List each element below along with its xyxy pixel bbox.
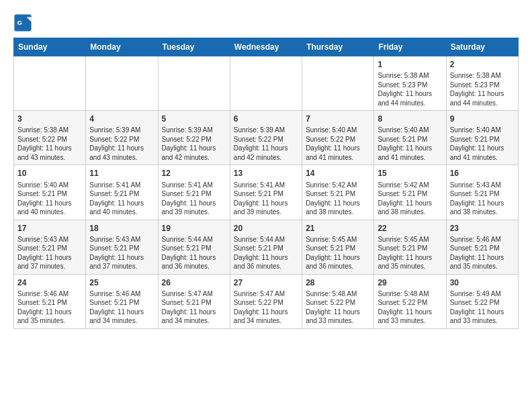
calendar-cell <box>158 56 230 111</box>
calendar-cell: 18Sunrise: 5:43 AM Sunset: 5:21 PM Dayli… <box>86 220 158 274</box>
day-info: Sunrise: 5:49 AM Sunset: 5:22 PM Dayligh… <box>450 289 515 326</box>
day-info: Sunrise: 5:46 AM Sunset: 5:21 PM Dayligh… <box>89 289 154 326</box>
weekday-header-tuesday: Tuesday <box>158 38 230 56</box>
day-info: Sunrise: 5:43 AM Sunset: 5:21 PM Dayligh… <box>89 235 154 271</box>
calendar-cell: 2Sunrise: 5:38 AM Sunset: 5:23 PM Daylig… <box>446 56 518 111</box>
calendar-cell: 26Sunrise: 5:47 AM Sunset: 5:21 PM Dayli… <box>158 274 230 328</box>
calendar-cell: 12Sunrise: 5:41 AM Sunset: 5:21 PM Dayli… <box>158 165 230 220</box>
weekday-header-wednesday: Wednesday <box>230 38 302 56</box>
day-info: Sunrise: 5:41 AM Sunset: 5:21 PM Dayligh… <box>89 181 154 217</box>
day-number: 5 <box>162 113 226 124</box>
weekday-header-sunday: Sunday <box>14 38 86 56</box>
day-info: Sunrise: 5:40 AM Sunset: 5:21 PM Dayligh… <box>450 126 515 162</box>
calendar-week-row: 24Sunrise: 5:46 AM Sunset: 5:21 PM Dayli… <box>14 274 519 328</box>
day-number: 23 <box>450 223 515 234</box>
calendar-cell: 27Sunrise: 5:47 AM Sunset: 5:22 PM Dayli… <box>230 274 302 328</box>
calendar-cell: 21Sunrise: 5:45 AM Sunset: 5:21 PM Dayli… <box>302 220 374 274</box>
calendar-cell: 5Sunrise: 5:39 AM Sunset: 5:22 PM Daylig… <box>158 111 230 165</box>
weekday-header-friday: Friday <box>374 38 446 56</box>
day-info: Sunrise: 5:38 AM Sunset: 5:22 PM Dayligh… <box>17 126 82 162</box>
day-number: 20 <box>234 223 298 234</box>
day-number: 29 <box>378 277 442 288</box>
day-info: Sunrise: 5:43 AM Sunset: 5:21 PM Dayligh… <box>17 235 82 271</box>
day-number: 11 <box>89 168 154 179</box>
calendar-week-row: 1Sunrise: 5:38 AM Sunset: 5:23 PM Daylig… <box>14 56 519 111</box>
calendar-cell: 17Sunrise: 5:43 AM Sunset: 5:21 PM Dayli… <box>14 220 86 274</box>
calendar-cell: 9Sunrise: 5:40 AM Sunset: 5:21 PM Daylig… <box>446 111 518 165</box>
day-number: 3 <box>17 113 82 124</box>
day-info: Sunrise: 5:39 AM Sunset: 5:22 PM Dayligh… <box>162 126 226 162</box>
calendar-week-row: 17Sunrise: 5:43 AM Sunset: 5:21 PM Dayli… <box>14 220 519 274</box>
day-number: 18 <box>89 223 154 234</box>
day-info: Sunrise: 5:47 AM Sunset: 5:22 PM Dayligh… <box>234 289 298 326</box>
calendar-cell: 22Sunrise: 5:45 AM Sunset: 5:21 PM Dayli… <box>374 220 446 274</box>
day-number: 12 <box>162 168 226 179</box>
day-info: Sunrise: 5:42 AM Sunset: 5:21 PM Dayligh… <box>306 181 370 217</box>
day-info: Sunrise: 5:38 AM Sunset: 5:23 PM Dayligh… <box>378 71 442 107</box>
day-info: Sunrise: 5:41 AM Sunset: 5:21 PM Dayligh… <box>162 181 226 217</box>
day-info: Sunrise: 5:40 AM Sunset: 5:21 PM Dayligh… <box>378 126 442 162</box>
calendar-cell <box>230 56 302 111</box>
day-number: 6 <box>234 113 298 124</box>
calendar-cell: 14Sunrise: 5:42 AM Sunset: 5:21 PM Dayli… <box>302 165 374 220</box>
calendar-body: 1Sunrise: 5:38 AM Sunset: 5:23 PM Daylig… <box>14 56 519 329</box>
day-number: 21 <box>306 223 370 234</box>
calendar-week-row: 3Sunrise: 5:38 AM Sunset: 5:22 PM Daylig… <box>14 111 519 165</box>
day-info: Sunrise: 5:45 AM Sunset: 5:21 PM Dayligh… <box>306 235 370 271</box>
calendar-cell <box>302 56 374 111</box>
calendar-cell: 6Sunrise: 5:39 AM Sunset: 5:22 PM Daylig… <box>230 111 302 165</box>
calendar-cell: 20Sunrise: 5:44 AM Sunset: 5:21 PM Dayli… <box>230 220 302 274</box>
day-info: Sunrise: 5:44 AM Sunset: 5:21 PM Dayligh… <box>234 235 298 271</box>
day-number: 4 <box>89 113 154 124</box>
calendar-cell: 29Sunrise: 5:48 AM Sunset: 5:22 PM Dayli… <box>374 274 446 328</box>
day-number: 22 <box>378 223 442 234</box>
weekday-header-saturday: Saturday <box>446 38 518 56</box>
calendar-cell: 11Sunrise: 5:41 AM Sunset: 5:21 PM Dayli… <box>86 165 158 220</box>
day-info: Sunrise: 5:45 AM Sunset: 5:21 PM Dayligh… <box>378 235 442 271</box>
day-info: Sunrise: 5:43 AM Sunset: 5:21 PM Dayligh… <box>450 181 515 217</box>
svg-text:G: G <box>17 19 23 26</box>
day-info: Sunrise: 5:46 AM Sunset: 5:21 PM Dayligh… <box>450 235 515 271</box>
day-number: 27 <box>234 277 298 288</box>
day-number: 24 <box>17 277 82 288</box>
calendar-cell: 10Sunrise: 5:40 AM Sunset: 5:21 PM Dayli… <box>14 165 86 220</box>
day-number: 30 <box>450 277 515 288</box>
day-number: 1 <box>378 59 442 70</box>
day-number: 9 <box>450 113 515 124</box>
day-info: Sunrise: 5:40 AM Sunset: 5:21 PM Dayligh… <box>17 181 82 217</box>
day-number: 28 <box>306 277 370 288</box>
calendar-cell: 13Sunrise: 5:41 AM Sunset: 5:21 PM Dayli… <box>230 165 302 220</box>
day-number: 10 <box>17 168 82 179</box>
calendar-cell: 7Sunrise: 5:40 AM Sunset: 5:22 PM Daylig… <box>302 111 374 165</box>
day-info: Sunrise: 5:40 AM Sunset: 5:22 PM Dayligh… <box>306 126 370 162</box>
calendar-cell: 4Sunrise: 5:39 AM Sunset: 5:22 PM Daylig… <box>86 111 158 165</box>
weekday-header-row: SundayMondayTuesdayWednesdayThursdayFrid… <box>14 38 519 56</box>
calendar-cell: 16Sunrise: 5:43 AM Sunset: 5:21 PM Dayli… <box>446 165 518 220</box>
day-info: Sunrise: 5:41 AM Sunset: 5:21 PM Dayligh… <box>234 181 298 217</box>
day-number: 25 <box>89 277 154 288</box>
day-number: 14 <box>306 168 370 179</box>
day-info: Sunrise: 5:48 AM Sunset: 5:22 PM Dayligh… <box>378 289 442 326</box>
day-info: Sunrise: 5:38 AM Sunset: 5:23 PM Dayligh… <box>450 71 515 107</box>
calendar-table: SundayMondayTuesdayWednesdayThursdayFrid… <box>13 38 519 329</box>
calendar-cell: 28Sunrise: 5:48 AM Sunset: 5:22 PM Dayli… <box>302 274 374 328</box>
calendar-cell: 15Sunrise: 5:42 AM Sunset: 5:21 PM Dayli… <box>374 165 446 220</box>
weekday-header-thursday: Thursday <box>302 38 374 56</box>
day-number: 2 <box>450 59 515 70</box>
logo-icon: G <box>13 13 32 32</box>
day-info: Sunrise: 5:39 AM Sunset: 5:22 PM Dayligh… <box>89 126 154 162</box>
calendar-cell <box>14 56 86 111</box>
day-number: 8 <box>378 113 442 124</box>
calendar-cell: 3Sunrise: 5:38 AM Sunset: 5:22 PM Daylig… <box>14 111 86 165</box>
calendar-week-row: 10Sunrise: 5:40 AM Sunset: 5:21 PM Dayli… <box>14 165 519 220</box>
day-number: 17 <box>17 223 82 234</box>
calendar-cell <box>86 56 158 111</box>
calendar-cell: 8Sunrise: 5:40 AM Sunset: 5:21 PM Daylig… <box>374 111 446 165</box>
day-number: 16 <box>450 168 515 179</box>
day-info: Sunrise: 5:48 AM Sunset: 5:22 PM Dayligh… <box>306 289 370 326</box>
calendar-cell: 19Sunrise: 5:44 AM Sunset: 5:21 PM Dayli… <box>158 220 230 274</box>
calendar-cell: 1Sunrise: 5:38 AM Sunset: 5:23 PM Daylig… <box>374 56 446 111</box>
day-number: 26 <box>162 277 226 288</box>
weekday-header-monday: Monday <box>86 38 158 56</box>
day-info: Sunrise: 5:47 AM Sunset: 5:21 PM Dayligh… <box>162 289 226 326</box>
